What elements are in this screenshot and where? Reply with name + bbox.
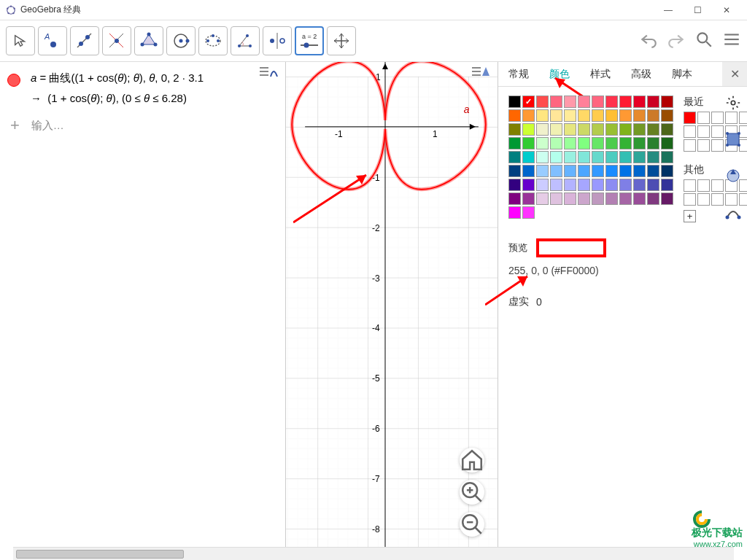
color-swatch[interactable] [605, 109, 618, 122]
add-color-button[interactable]: + [684, 210, 696, 222]
color-swatch[interactable] [592, 109, 604, 122]
zoom-in-button[interactable] [460, 480, 484, 505]
other-swatch[interactable] [711, 179, 724, 192]
tool-perpendicular[interactable] [102, 26, 131, 55]
tool-moveview[interactable] [327, 26, 356, 55]
redo-button[interactable] [667, 30, 686, 52]
color-swatch[interactable] [661, 192, 673, 205]
color-swatch[interactable] [536, 192, 549, 205]
color-swatch[interactable] [522, 109, 535, 122]
properties-close-button[interactable]: ✕ [722, 62, 747, 86]
color-swatch[interactable] [550, 165, 562, 177]
color-swatch[interactable] [550, 123, 562, 136]
color-swatch[interactable] [633, 137, 646, 149]
recent-swatch[interactable] [697, 112, 710, 124]
color-swatch[interactable] [550, 192, 562, 205]
color-swatch[interactable] [536, 96, 549, 108]
color-swatch[interactable] [605, 179, 618, 191]
color-swatch[interactable] [661, 137, 673, 149]
maximize-button[interactable]: ☐ [683, 0, 712, 20]
algebra-row[interactable]: a = 曲线((1 + cos(θ); θ), θ, 0, 2 · 3.1 → … [0, 66, 285, 110]
color-swatch[interactable] [605, 123, 618, 136]
color-swatch[interactable] [508, 123, 521, 136]
color-swatch[interactable] [592, 123, 604, 136]
color-swatch[interactable] [564, 151, 576, 163]
undo-button[interactable] [639, 30, 658, 52]
color-swatch[interactable] [536, 123, 549, 136]
color-swatch[interactable] [661, 179, 673, 191]
color-swatch[interactable] [605, 137, 618, 149]
color-swatch[interactable] [522, 179, 535, 191]
color-swatch[interactable] [633, 179, 646, 191]
color-swatch[interactable] [647, 109, 659, 122]
tool-conic[interactable] [198, 26, 228, 55]
color-swatch[interactable] [550, 137, 562, 149]
color-swatch[interactable] [536, 151, 549, 163]
color-swatch[interactable] [661, 123, 673, 136]
color-swatch[interactable] [522, 137, 535, 149]
color-swatch[interactable] [647, 123, 659, 136]
settings-gear-icon[interactable] [725, 95, 741, 114]
color-swatch[interactable] [592, 96, 604, 108]
color-swatch[interactable] [619, 165, 632, 177]
color-palette[interactable] [508, 96, 673, 219]
color-swatch[interactable] [508, 151, 521, 163]
color-swatch[interactable] [578, 165, 590, 177]
other-swatch[interactable] [697, 179, 710, 192]
color-swatch[interactable] [564, 96, 576, 108]
tab-script[interactable]: 脚本 [662, 62, 703, 86]
color-swatch[interactable] [578, 192, 590, 205]
color-swatch[interactable] [633, 151, 646, 163]
algebra-input-row[interactable]: + 输入… [0, 110, 285, 141]
tab-style[interactable]: 样式 [580, 62, 621, 86]
color-swatch[interactable] [550, 179, 562, 191]
color-swatch[interactable] [522, 123, 535, 136]
color-swatch[interactable] [564, 179, 576, 191]
color-swatch[interactable] [578, 151, 590, 163]
color-swatch[interactable] [647, 96, 659, 108]
color-swatch[interactable] [592, 179, 604, 191]
color-swatch[interactable] [508, 109, 521, 122]
color-swatch[interactable] [592, 137, 604, 149]
color-swatch[interactable] [592, 192, 604, 205]
color-swatch[interactable] [578, 179, 590, 191]
color-swatch[interactable] [564, 123, 576, 136]
color-swatch[interactable] [661, 151, 673, 163]
color-swatch[interactable] [619, 151, 632, 163]
tool-move[interactable] [6, 26, 35, 55]
color-swatch[interactable] [536, 109, 549, 122]
color-swatch[interactable] [605, 165, 618, 177]
minimize-button[interactable]: — [654, 0, 683, 20]
color-swatch[interactable] [619, 192, 632, 205]
color-swatch[interactable] [661, 109, 673, 122]
recent-swatch[interactable] [711, 112, 724, 124]
visibility-dot[interactable] [7, 74, 20, 87]
recent-swatch[interactable] [684, 112, 696, 124]
color-swatch[interactable] [619, 109, 632, 122]
zoom-out-button[interactable] [460, 512, 484, 537]
recent-swatch[interactable] [711, 125, 724, 138]
color-swatch[interactable] [619, 123, 632, 136]
color-swatch[interactable] [578, 109, 590, 122]
color-swatch[interactable] [522, 151, 535, 163]
color-swatch[interactable] [605, 151, 618, 163]
color-swatch[interactable] [522, 96, 535, 108]
color-swatch[interactable] [550, 109, 562, 122]
color-swatch[interactable] [508, 206, 521, 219]
tool-point[interactable]: A [38, 26, 67, 55]
graph-view[interactable]: -1 1 1 -1 -2 -3 -4 -5 -6 -7 -8 a [286, 62, 498, 547]
color-swatch[interactable] [522, 206, 535, 219]
color-swatch[interactable] [578, 137, 590, 149]
color-swatch[interactable] [578, 96, 590, 108]
color-swatch[interactable] [564, 137, 576, 149]
tab-general[interactable]: 常规 [498, 62, 539, 86]
tool-line[interactable] [70, 26, 99, 55]
close-button[interactable]: ✕ [712, 0, 741, 20]
color-swatch[interactable] [522, 165, 535, 177]
color-swatch[interactable] [550, 96, 562, 108]
color-swatch[interactable] [619, 179, 632, 191]
search-button[interactable] [694, 30, 713, 52]
color-swatch[interactable] [633, 96, 646, 108]
tab-color[interactable]: 颜色 [539, 62, 580, 86]
color-swatch[interactable] [605, 96, 618, 108]
